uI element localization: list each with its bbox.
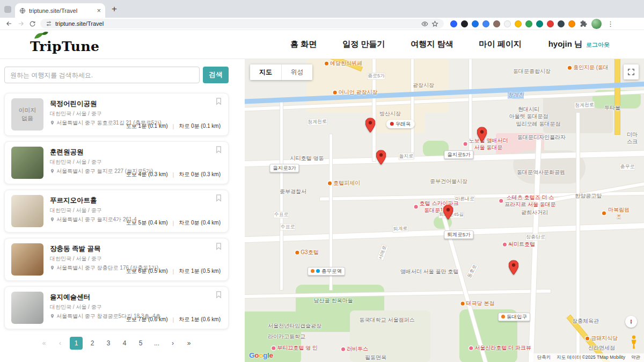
page-first[interactable]: « [38,337,50,350]
map-label-text: 동국대학교 서울캠퍼스 [360,317,415,324]
extension-icon[interactable] [493,20,500,27]
map-label: 러비두스 [341,346,368,353]
poi-dot-icon [414,205,418,209]
bookmark-icon[interactable] [215,146,223,156]
map-label: 광희사거리 [521,209,548,216]
url-bar[interactable]: triptune.site/Travel [40,19,444,28]
map-label: 을지로 [399,153,413,160]
map-type-satellite-button[interactable]: 위성 [281,64,312,80]
nav-schedule[interactable]: 일정 만들기 [342,39,385,49]
main-content: 검색 이미지 없음묵정어린이공원대한민국 / 서울 / 중구서울특별시 중구 동… [0,59,644,362]
page-last[interactable]: » [182,337,195,350]
map-label-text: 시티호텔 명동 [290,155,324,162]
google-logo-letter: o [259,351,263,359]
map-label-text: 장충단로 [526,234,545,240]
bookmark-icon[interactable] [215,291,223,301]
map-label: 현대시티 아울렛 동대문점 [509,106,548,120]
page-3[interactable]: 3 [102,337,115,350]
compass-control[interactable] [625,316,637,328]
map-label: 금돼지식당 [586,335,618,342]
map-marker[interactable] [365,118,375,134]
browser-chrome: triptune.site/Travel × + triptune.site/T… [0,0,644,30]
extension-icon[interactable] [568,20,575,27]
page-2[interactable]: 2 [86,337,99,350]
page-4[interactable]: 4 [118,337,131,350]
shortcuts-link[interactable]: 단축키 [537,354,551,361]
map-label-text: 예담한식뷔페 [330,60,362,67]
new-tab-button[interactable]: + [107,2,121,16]
map-label-text: 더마스크 [626,132,638,145]
logout-link[interactable]: 로그아웃 [586,41,610,49]
search-button[interactable]: 검색 [203,67,229,83]
map-type-map-button[interactable]: 지도 [250,64,281,80]
nav-explore[interactable]: 여행지 탐색 [411,39,453,49]
nav-home[interactable]: 홈 화면 [290,39,317,49]
browser-menu-icon[interactable]: ⋮ [606,20,615,28]
tab-search-icon[interactable] [4,6,11,13]
map-label-text: 한양공고앞 [575,193,602,200]
distance-divider: | [173,124,174,129]
profile-avatar[interactable] [591,19,602,29]
page-1[interactable]: 1 [70,337,83,350]
result-card[interactable]: 훈련원공원대한민국 / 서울 / 중구서울특별시 중구 을지로 227 (을지로… [4,141,229,184]
destination-search-input[interactable] [4,67,200,83]
map-marker[interactable] [443,205,453,221]
tab-title: triptune.site/Travel [29,8,93,14]
pegman-icon[interactable] [630,335,638,351]
extension-icon[interactable] [558,20,565,27]
map-label: 중부경찰서 [280,189,306,196]
extension-icon[interactable] [515,20,522,27]
bookmark-icon[interactable] [215,97,223,107]
drive-distance: 차로 1분 (0.6 km) [179,316,221,323]
walk-distance: 도보 7분 (0.6 km) [126,316,168,323]
back-icon[interactable] [5,20,13,27]
triptune-logo[interactable]: TripTune [30,34,100,54]
results-list: 이미지 없음묵정어린이공원대한민국 / 서울 / 중구서울특별시 중구 동호로3… [4,93,229,329]
map-label: 충무로 [620,164,635,170]
bookmark-star-icon[interactable] [431,20,438,27]
extensions-puzzle-icon[interactable] [580,20,587,27]
page-prev[interactable]: ‹ [54,337,67,350]
result-card[interactable]: 을지예술센터대한민국 / 서울 / 중구서울특별시 중구 창경궁로5다길 18 … [4,286,229,329]
user-name: hyojin 님 [548,39,582,49]
extension-icon[interactable] [547,20,554,27]
walk-distance: 도보 4분 (0.3 km) [126,171,168,178]
map-marker[interactable] [509,260,518,277]
result-card[interactable]: 푸르지오아트홀대한민국 / 서울 / 중구서울특별시 중구 을지로4가 261-… [4,190,229,233]
map-label-text: 앰배서더 서울 풀만 호텔 [400,269,458,276]
extension-icon[interactable] [525,20,532,27]
map-label-text: 수표로 [274,212,289,218]
browser-tab[interactable]: triptune.site/Travel × [15,3,105,18]
forward-icon[interactable] [17,20,25,27]
terms-link[interactable]: 약관 [631,354,640,361]
result-card[interactable]: 장충동 족발 골목대한민국 / 서울 / 중구서울특별시 중구 장충단로 176… [4,238,229,281]
page-next[interactable]: › [166,337,179,350]
poi-dot-icon [461,302,465,306]
fullscreen-button[interactable] [624,64,639,79]
map-label: 어니언 광장시장 [333,89,378,96]
map-label-text: 동대문종합시장 [513,68,551,75]
extension-icon[interactable] [536,20,543,27]
map-marker[interactable] [376,150,386,166]
extension-icon[interactable] [472,20,479,27]
extension-icon[interactable] [504,20,511,27]
extension-icon[interactable] [461,20,468,27]
poi-dot-icon [325,62,328,66]
bookmark-icon[interactable] [215,242,223,252]
extension-icon[interactable] [482,20,489,27]
nav-mypage[interactable]: 마이 페이지 [479,39,521,49]
tab-close-icon[interactable]: × [97,7,101,14]
privacy-eye-icon[interactable] [421,20,428,27]
result-card[interactable]: 이미지 없음묵정어린이공원대한민국 / 서울 / 중구서울특별시 중구 동호로3… [4,93,229,136]
map-label: 흥인지문 (동대 [568,64,609,71]
reload-icon[interactable] [29,20,36,27]
poi-dot-icon [469,346,473,350]
bookmark-icon[interactable] [215,194,223,204]
map-marker[interactable] [477,127,487,143]
site-info-icon[interactable] [46,20,52,27]
map-label: 서애로 [377,244,388,260]
extension-icon[interactable] [450,20,457,27]
map-label-text: 광장시장 [413,82,434,89]
map[interactable]: 예담한식뷔페종로5가동대문종합시장흥인지문 (동대어니언 광장시장광장시장청계천… [245,59,644,362]
page-5[interactable]: 5 [134,337,147,350]
